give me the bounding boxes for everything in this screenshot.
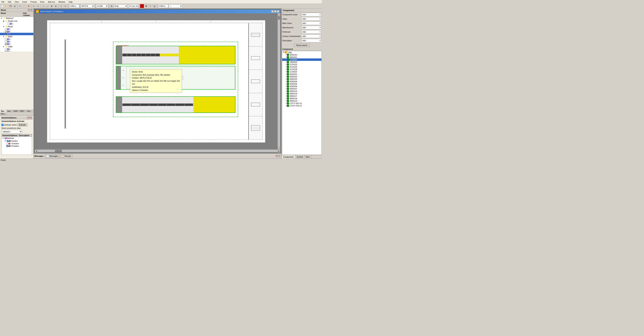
tab-sheet[interactable]: She...	[0, 110, 6, 112]
activate-btn[interactable]: Activate	[18, 123, 27, 126]
open-btn[interactable]: 📂	[4, 4, 8, 8]
comp-item-2170125[interactable]: + 2170125	[282, 63, 322, 66]
zoom-preset-select[interactable]: ---	[168, 4, 182, 8]
font-select[interactable]: Arial	[114, 4, 128, 8]
comp-item-4550119[interactable]: + 4550119	[282, 100, 322, 102]
comp-tree-lapp[interactable]: ▼ Lapp	[282, 51, 322, 54]
tree-item-webinar[interactable]: ▼ 📁 Webinar*	[0, 17, 34, 20]
menu-insert[interactable]: Insert	[22, 1, 28, 3]
redo-btn[interactable]: ↪	[36, 4, 40, 8]
comp-item-4530105[interactable]: + 4530105	[282, 83, 322, 85]
classchar-dropdown[interactable]: <All> ▼	[302, 35, 321, 38]
comp-item-4530102[interactable]: + 4530102	[282, 75, 322, 78]
menu-tools[interactable]: Tools	[39, 1, 45, 3]
paste-btn[interactable]: 📌	[26, 4, 30, 8]
comp-item-0036163[interactable]: + 0036163	[282, 54, 322, 56]
close-panel-btn[interactable]: ✕	[30, 9, 33, 11]
maximize-btn[interactable]: □	[274, 10, 276, 13]
msg-close-btn[interactable]: ✕	[278, 155, 280, 157]
menu-edit[interactable]: Edit	[7, 1, 12, 3]
new-btn[interactable]: 📄	[0, 4, 4, 8]
comp-item-liycy3x014[interactable]: + LIYCY-3X0 14	[282, 102, 322, 105]
field-value-description[interactable]: <All> ▼	[302, 39, 321, 42]
description-dropdown[interactable]: <All> ▼	[302, 39, 321, 42]
field-value-compname[interactable]: <All> ▼	[302, 13, 321, 16]
close-variants-btn[interactable]: ✕	[30, 116, 32, 119]
scroll-track[interactable]	[278, 16, 280, 147]
preferred-dropdown[interactable]: <All> ▼	[302, 30, 321, 34]
8feeders-checkbox[interactable]	[6, 145, 8, 147]
zoom-input[interactable]	[69, 4, 79, 8]
cross-btn[interactable]: ✕	[63, 4, 67, 8]
reset-search-btn[interactable]: Reset search	[294, 44, 310, 47]
tree-item-3[interactable]: P 3	[0, 38, 34, 40]
menu-window[interactable]: Window	[58, 1, 66, 3]
snap-btn[interactable]: ⊕	[54, 4, 58, 8]
print-btn[interactable]: 🖨	[13, 4, 16, 8]
scroll-down-btn[interactable]: ▼	[278, 147, 280, 149]
class-dropdown[interactable]: <All> ▼	[302, 17, 321, 21]
comp-item-4530104[interactable]: + 4530104	[282, 80, 322, 83]
text-btn[interactable]: A	[110, 4, 114, 8]
italic-btn[interactable]: I	[148, 4, 152, 8]
scroll-left-btn[interactable]: ◀	[35, 150, 38, 152]
underline-btn[interactable]: U	[152, 4, 156, 8]
pin-variants-btn[interactable]: 📌	[27, 116, 29, 119]
comp-item-4550116[interactable]: + 4550116	[282, 92, 322, 95]
scroll-right-btn[interactable]: ▶	[278, 150, 280, 152]
msg-tab-messages[interactable]: 📄 Messages	[45, 154, 60, 158]
field-value-preferred[interactable]: <All> ▼	[302, 30, 321, 34]
tree-item-panel[interactable]: ▼ 📁 Panel	[0, 25, 34, 28]
menu-view[interactable]: View	[14, 1, 20, 3]
close-btn[interactable]: ✕	[277, 10, 279, 13]
feeders-checkbox[interactable]	[7, 140, 9, 142]
tree-item-7[interactable]: ✓ P 7	[0, 33, 34, 35]
wire-type-select[interactable]: H07V-K	[81, 4, 94, 8]
menu-addons[interactable]: Add-ons	[47, 1, 56, 3]
comp-item-4550117[interactable]: + 4550117	[282, 95, 322, 97]
tab-dev[interactable]: Dev...	[6, 110, 13, 112]
tree-item-2[interactable]: P 2	[0, 28, 34, 30]
tree-item-8[interactable]: ✓ P 8	[0, 43, 34, 45]
menu-format[interactable]: Format	[30, 1, 37, 3]
activate-online-checkbox[interactable]	[2, 124, 4, 126]
tab-sin[interactable]: →Sin...	[25, 110, 32, 112]
scroll-thumb[interactable]	[278, 16, 280, 20]
manufacturer-dropdown[interactable]: <All> ▼	[302, 26, 321, 29]
tree-item-5[interactable]: P 5	[0, 48, 34, 51]
field-value-manufacturer[interactable]: <All> ▼	[302, 26, 321, 29]
field-value-mainclass[interactable]: <All> ▼	[302, 22, 321, 25]
tree-item-singleline[interactable]: ▶ 📁 Single Line	[0, 20, 34, 22]
save-btn[interactable]: 💾	[9, 4, 12, 8]
vtree-7feeders[interactable]: 0 7 Feeders	[2, 142, 32, 145]
comp-tab-symbol[interactable]: Symbol	[295, 155, 304, 158]
comp-item-4550115[interactable]: + 4550115	[282, 90, 322, 92]
tab-ewd[interactable]: EWD	[13, 110, 19, 112]
grid-btn[interactable]: ⊞	[50, 4, 54, 8]
tab-cwd[interactable]: CWD	[19, 110, 25, 112]
vtree-feeders[interactable]: ▼ 0 Feeders	[2, 139, 32, 142]
comp-item-4530103[interactable]: + 4530103	[282, 78, 322, 80]
comp-item-1552010[interactable]: + 1552010	[282, 61, 322, 63]
zoom-input2[interactable]	[158, 4, 168, 8]
compname-dropdown[interactable]: <All> ▼	[302, 13, 321, 16]
vertical-scrollbar[interactable]: ▲ ▼	[278, 13, 280, 149]
tree-item-9[interactable]: ✓ P 9	[0, 51, 34, 52]
undo-btn[interactable]: ↩	[32, 4, 36, 8]
cut-btn[interactable]: ✂	[18, 4, 22, 8]
bold-btn[interactable]: B	[144, 4, 148, 8]
tree-item-ewd[interactable]: ▼ 📁 EWD	[0, 35, 34, 38]
hscroll-thumb[interactable]	[55, 150, 62, 152]
field-value-classchar[interactable]: <All> ▼	[302, 35, 321, 38]
tree-item-6[interactable]: P 6	[0, 30, 34, 33]
color-btn[interactable]	[140, 4, 144, 8]
zoom-btn1[interactable]: 🔍	[42, 4, 45, 8]
mainclass-dropdown[interactable]: <All> ▼	[302, 22, 321, 25]
font-size-select[interactable]: 2.5 mm	[128, 4, 138, 8]
7feeders-checkbox[interactable]	[6, 143, 8, 145]
comp-item-2170128[interactable]: + 2170128	[282, 68, 322, 71]
comp-tab-misc[interactable]: Misc	[304, 155, 312, 158]
tab-pan[interactable]: Pan...	[0, 112, 6, 115]
wire-size-select[interactable]: 4.0-BK	[96, 4, 108, 8]
hscroll-track[interactable]	[38, 150, 278, 152]
